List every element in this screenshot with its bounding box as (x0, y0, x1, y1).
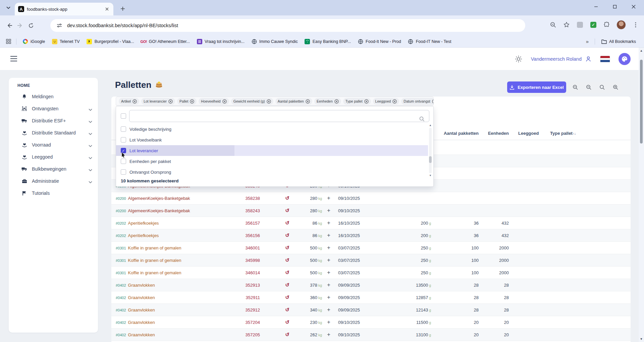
hamburger-menu-icon[interactable] (10, 56, 17, 62)
theme-light-icon[interactable] (515, 55, 522, 63)
bookmark-item[interactable]: iGoogle (19, 39, 48, 44)
expand-plus-icon[interactable]: + (322, 220, 335, 226)
column-chip[interactable]: Hoeveelheid (199, 98, 229, 105)
tab-close-icon[interactable] (104, 6, 110, 12)
expand-plus-icon[interactable]: + (322, 331, 335, 338)
history-icon[interactable]: ↺ (260, 270, 295, 276)
extensions-puzzle-icon[interactable] (603, 21, 610, 28)
search-icon[interactable] (595, 82, 609, 93)
column-chip[interactable]: Eenheden (314, 98, 341, 105)
column-chip[interactable]: Type pallet (343, 98, 371, 105)
article-cell[interactable]: #0402Graanvlokken (111, 307, 221, 312)
checkbox-unchecked[interactable] (121, 169, 126, 175)
checkbox-unchecked[interactable] (121, 126, 126, 132)
history-icon[interactable]: ↺ (260, 294, 295, 300)
article-cell[interactable]: #0202Aperitiefkoekjes (111, 221, 221, 226)
article-cell[interactable]: #0402Graanvlokken (111, 283, 221, 288)
column-chip[interactable]: Datum ontvangst (401, 98, 434, 105)
chip-remove-icon[interactable] (392, 99, 397, 104)
chip-remove-icon[interactable] (267, 99, 271, 104)
column-header-type-pallet[interactable]: Type pallet↑↓ (550, 131, 631, 136)
column-option[interactable]: Eenheden per pakket (116, 156, 428, 167)
select-all-checkbox[interactable] (121, 113, 126, 119)
article-cell[interactable]: #0200AlgemeenKoekjes-Banketgebak (111, 208, 221, 213)
column-header-leeggoed[interactable]: Leeggoed (509, 131, 550, 136)
zoom-out-icon[interactable] (582, 82, 595, 93)
chip-remove-icon[interactable] (132, 99, 137, 104)
article-cell[interactable]: #0202Aperitiefkoekjes (111, 233, 221, 238)
column-chips-bar[interactable]: ArtikelLot leverancierPalletHoeveelheidG… (116, 97, 434, 106)
sidebar-item-distributie-standaard[interactable]: Distributie Standaard (9, 127, 98, 139)
chip-remove-icon[interactable] (432, 99, 434, 104)
bookmark-item[interactable]: Food-IT New - Test (405, 39, 455, 44)
expand-plus-icon[interactable]: + (322, 232, 335, 239)
chip-remove-icon[interactable] (306, 99, 310, 104)
bookmark-item[interactable]: Easy Banking BNP... (301, 39, 354, 44)
column-option[interactable]: Lot Voedselbank (116, 134, 428, 145)
chip-remove-icon[interactable] (190, 99, 194, 104)
chip-remove-icon[interactable] (168, 99, 173, 104)
sidebar-item-voorraad[interactable]: Voorraad (9, 139, 98, 151)
column-option[interactable]: Volledige beschrijving (116, 124, 428, 134)
apps-grid-icon[interactable] (3, 38, 13, 46)
column-option[interactable]: Ontvangst Oorsprong (116, 167, 428, 177)
article-cell[interactable]: #0301Koffie in granen of gemalen (111, 245, 221, 250)
column-chip[interactable]: Leeggoed (373, 98, 399, 105)
sidebar-item-bulkbewegingen[interactable]: Bulkbewegingen (9, 163, 98, 175)
article-cell[interactable]: #0200AlgemeenKoekjes-Banketgebak (111, 196, 221, 201)
expand-plus-icon[interactable]: + (322, 244, 335, 251)
url-text[interactable]: dev.stock.foodbanksit.be/stock/app/nl-BE… (67, 23, 178, 28)
zoom-icon[interactable] (549, 21, 557, 28)
column-chip[interactable]: Gewicht eenheid (g) (231, 98, 273, 105)
sort-icon[interactable]: ↑↓ (573, 132, 576, 135)
site-settings-icon[interactable] (56, 22, 63, 29)
column-header-aantal-pakketten[interactable]: Aantal pakketten (431, 131, 479, 136)
extension-check-icon[interactable]: ✓ (590, 21, 597, 28)
expand-plus-icon[interactable]: + (322, 319, 335, 326)
article-cell[interactable]: #0402Graanvlokken (111, 320, 221, 325)
address-bar[interactable]: dev.stock.foodbanksit.be/stock/app/nl-BE… (50, 19, 525, 32)
history-icon[interactable]: ↺ (260, 257, 295, 263)
zoom-out-icon[interactable] (569, 82, 582, 93)
extension-gray-icon[interactable] (576, 21, 584, 28)
history-icon[interactable]: ↺ (260, 232, 295, 238)
column-chip[interactable]: Aantal pakketten (275, 98, 312, 105)
column-search-input[interactable] (129, 110, 429, 122)
column-header-eenheden[interactable]: Eenheden (479, 131, 509, 136)
user-menu[interactable]: Vandermeersch Roland (531, 56, 592, 62)
article-cell[interactable]: #0301Koffie in granen of gemalen (111, 258, 221, 263)
bookmark-item[interactable]: Vraag tot inschrijvin... (193, 39, 248, 44)
reload-icon[interactable] (25, 20, 36, 31)
article-cell[interactable]: #0402Graanvlokken (111, 295, 221, 300)
expand-plus-icon[interactable]: + (322, 294, 335, 301)
expand-plus-icon[interactable]: + (322, 282, 335, 288)
expand-plus-icon[interactable]: + (322, 257, 335, 264)
chip-remove-icon[interactable] (222, 99, 227, 104)
article-cell[interactable]: #0301Koffie in granen of gemalen (111, 270, 221, 275)
history-icon[interactable]: ↺ (260, 245, 295, 251)
sidebar-item-tutorials[interactable]: Tutorials (9, 187, 98, 199)
bookmark-item[interactable]: Burgerprofiel - Vlaa... (83, 39, 138, 44)
sidebar-item-meldingen[interactable]: Meldingen (9, 91, 98, 103)
history-icon[interactable]: ↺ (260, 208, 295, 214)
expand-plus-icon[interactable]: + (322, 207, 335, 214)
expand-plus-icon[interactable]: + (322, 306, 335, 313)
sidebar-item-administratie[interactable]: Administratie (9, 175, 98, 187)
column-option[interactable]: ✓Lot leverancier (116, 145, 428, 156)
checkbox-unchecked[interactable] (121, 159, 126, 164)
history-icon[interactable]: ↺ (260, 332, 295, 338)
bookmark-item[interactable]: Telenet TV (48, 39, 83, 44)
bookmarks-overflow-chevron[interactable]: » (583, 39, 592, 44)
expand-plus-icon[interactable]: + (322, 195, 335, 202)
history-icon[interactable]: ↺ (260, 319, 295, 325)
profile-avatar[interactable] (616, 20, 626, 30)
page-scrollbar[interactable]: ▲ ▼ (639, 48, 644, 342)
zoom-in-icon[interactable] (609, 82, 622, 93)
forward-icon[interactable] (15, 20, 25, 31)
column-chip[interactable]: Lot leverancier (141, 98, 175, 105)
export-excel-button[interactable]: Exporteren naar Excel (507, 81, 566, 93)
language-flag-nl[interactable] (600, 56, 610, 62)
article-cell[interactable]: #0402Graanvlokken (111, 332, 221, 337)
maximize-icon[interactable] (610, 2, 619, 11)
column-chip[interactable]: Pallet (177, 98, 197, 105)
